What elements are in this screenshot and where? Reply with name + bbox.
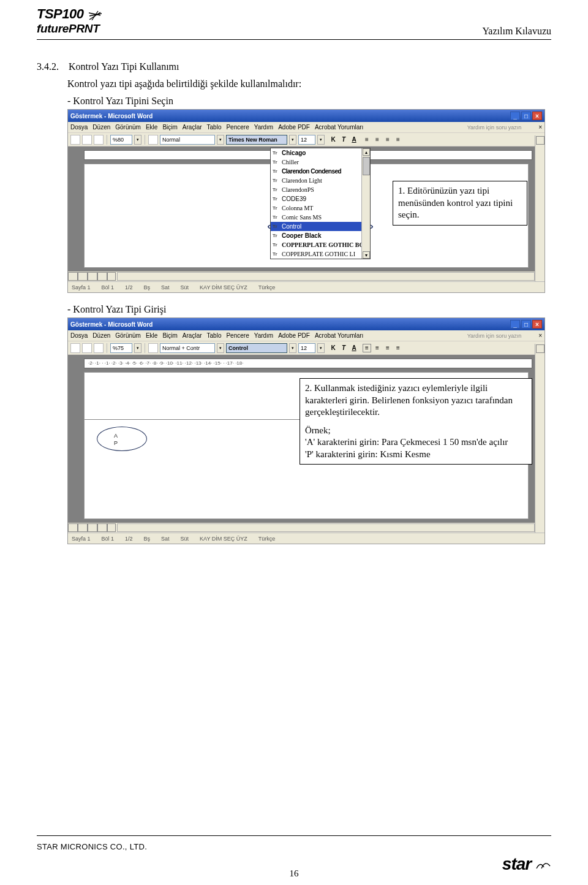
style-icon[interactable] bbox=[148, 343, 158, 353]
menubar-close-icon[interactable]: × bbox=[538, 332, 542, 339]
menu-item[interactable]: Pencere bbox=[226, 332, 249, 339]
menu-item[interactable]: Yardım bbox=[254, 332, 274, 339]
menu-item[interactable]: Dosya bbox=[70, 332, 88, 339]
menu-item[interactable]: Düzen bbox=[92, 332, 110, 339]
font-size-field[interactable]: 12 bbox=[298, 343, 315, 353]
vertical-scrollbar[interactable] bbox=[535, 344, 545, 533]
bold-icon[interactable]: K bbox=[329, 344, 337, 352]
style-icon[interactable] bbox=[148, 135, 158, 145]
view-web-icon[interactable] bbox=[78, 272, 88, 281]
size-dropdown-icon[interactable]: ▾ bbox=[317, 343, 325, 353]
zoom-dropdown-icon[interactable]: ▾ bbox=[134, 343, 141, 353]
dropdown-scrollbar[interactable]: ▴ ▾ bbox=[361, 148, 370, 259]
open-icon[interactable] bbox=[82, 343, 92, 353]
menu-item[interactable]: Tablo bbox=[207, 332, 222, 339]
font-field[interactable]: Control bbox=[226, 343, 287, 353]
window-close-button[interactable]: × bbox=[532, 112, 542, 120]
hscroll-left-icon[interactable] bbox=[107, 272, 116, 281]
menu-item[interactable]: Görünüm bbox=[115, 124, 141, 131]
underline-icon[interactable]: A bbox=[350, 135, 358, 144]
align-right-icon[interactable]: ≡ bbox=[383, 135, 392, 144]
menubar-close-icon[interactable]: × bbox=[538, 124, 542, 131]
align-center-icon[interactable]: ≡ bbox=[373, 344, 382, 352]
style-dropdown-icon[interactable]: ▾ bbox=[217, 135, 224, 145]
view-print-icon[interactable] bbox=[88, 272, 97, 281]
scroll-down-icon[interactable]: ▾ bbox=[363, 251, 370, 259]
font-option[interactable]: TrChiller bbox=[271, 158, 370, 167]
font-option[interactable]: TrCODE39 bbox=[271, 194, 370, 203]
align-center-icon[interactable]: ≡ bbox=[373, 135, 382, 144]
menu-item[interactable]: Acrobat Yorumları bbox=[315, 124, 364, 131]
menu-item[interactable]: Acrobat Yorumları bbox=[315, 332, 364, 339]
open-icon[interactable] bbox=[82, 135, 92, 145]
zoom-field[interactable]: %80 bbox=[110, 135, 132, 145]
underline-icon[interactable]: A bbox=[350, 344, 358, 352]
hscroll-track[interactable] bbox=[117, 523, 535, 532]
scroll-up-icon[interactable] bbox=[536, 344, 545, 353]
new-doc-icon[interactable] bbox=[70, 343, 80, 353]
menu-item[interactable]: Biçim bbox=[162, 332, 177, 339]
menu-item[interactable]: Biçim bbox=[162, 124, 177, 131]
font-option[interactable]: TrColonna MT bbox=[271, 203, 370, 213]
menu-item[interactable]: Dosya bbox=[70, 124, 88, 131]
font-size-field[interactable]: 12 bbox=[298, 135, 315, 145]
bold-icon[interactable]: K bbox=[329, 135, 337, 144]
align-left-icon[interactable]: ≡ bbox=[363, 344, 371, 352]
view-outline-icon[interactable] bbox=[97, 523, 107, 532]
align-justify-icon[interactable]: ≡ bbox=[394, 135, 402, 144]
menu-item[interactable]: Ekle bbox=[146, 124, 157, 131]
window-maximize-button[interactable]: □ bbox=[521, 112, 531, 120]
window-maximize-button[interactable]: □ bbox=[521, 320, 531, 329]
view-normal-icon[interactable] bbox=[68, 523, 78, 532]
hscroll-left-icon[interactable] bbox=[107, 523, 116, 532]
scroll-thumb[interactable] bbox=[363, 157, 370, 175]
style-dropdown-icon[interactable]: ▾ bbox=[217, 343, 224, 353]
font-dropdown-icon[interactable]: ▾ bbox=[289, 343, 296, 353]
menu-item[interactable]: Araçlar bbox=[183, 332, 202, 339]
font-option[interactable]: TrCOPPERPLATE GOTHIC LI bbox=[271, 249, 370, 259]
menu-item[interactable]: Ekle bbox=[146, 332, 157, 339]
align-justify-icon[interactable]: ≡ bbox=[394, 344, 402, 352]
align-left-icon[interactable]: ≡ bbox=[363, 135, 371, 144]
font-dropdown-icon[interactable]: ▾ bbox=[289, 135, 296, 145]
menu-item[interactable]: Pencere bbox=[226, 124, 249, 131]
hscroll-track[interactable] bbox=[117, 272, 535, 281]
window-minimize-button[interactable]: _ bbox=[510, 112, 520, 120]
scroll-up-icon[interactable]: ▴ bbox=[363, 148, 370, 156]
size-dropdown-icon[interactable]: ▾ bbox=[317, 135, 325, 145]
menu-item[interactable]: Adobe PDF bbox=[278, 332, 310, 339]
style-field[interactable]: Normal bbox=[160, 135, 215, 145]
font-option[interactable]: TrChicago bbox=[271, 148, 370, 158]
view-print-icon[interactable] bbox=[88, 523, 97, 532]
font-option[interactable]: TrClarendon Condensed bbox=[271, 167, 370, 176]
save-icon[interactable] bbox=[94, 343, 104, 353]
new-doc-icon[interactable] bbox=[70, 135, 80, 145]
menu-item[interactable]: Adobe PDF bbox=[278, 124, 310, 131]
italic-icon[interactable]: T bbox=[339, 135, 348, 144]
menu-item[interactable]: Tablo bbox=[207, 124, 222, 131]
help-hint[interactable]: Yardım için soru yazın bbox=[467, 124, 533, 131]
menu-item[interactable]: Yardım bbox=[254, 124, 274, 131]
view-normal-icon[interactable] bbox=[68, 272, 78, 281]
font-field[interactable]: Times New Roman bbox=[226, 135, 287, 145]
scroll-up-icon[interactable] bbox=[536, 136, 545, 145]
vertical-scrollbar[interactable] bbox=[535, 135, 545, 281]
font-option[interactable]: TrCOPPERPLATE GOTHIC BO bbox=[271, 240, 370, 249]
zoom-field[interactable]: %75 bbox=[110, 343, 132, 353]
align-right-icon[interactable]: ≡ bbox=[383, 344, 392, 352]
font-dropdown-list[interactable]: TrChicagoTrChillerTrClarendon CondensedT… bbox=[270, 148, 371, 259]
view-outline-icon[interactable] bbox=[97, 272, 107, 281]
zoom-dropdown-icon[interactable]: ▾ bbox=[134, 135, 141, 145]
font-option[interactable]: TrClarendon Light bbox=[271, 176, 370, 185]
style-field[interactable]: Normal + Contr bbox=[160, 343, 215, 353]
window-close-button[interactable]: × bbox=[532, 320, 542, 329]
font-option[interactable]: TrControl bbox=[271, 222, 370, 231]
font-option[interactable]: TrClarendonPS bbox=[271, 185, 370, 194]
font-option[interactable]: TrComic Sans MS bbox=[271, 213, 370, 222]
view-web-icon[interactable] bbox=[78, 523, 88, 532]
menu-item[interactable]: Düzen bbox=[92, 124, 110, 131]
save-icon[interactable] bbox=[94, 135, 104, 145]
window-minimize-button[interactable]: _ bbox=[510, 320, 520, 329]
help-hint[interactable]: Yardım için soru yazın bbox=[467, 333, 533, 339]
menu-item[interactable]: Görünüm bbox=[115, 332, 141, 339]
